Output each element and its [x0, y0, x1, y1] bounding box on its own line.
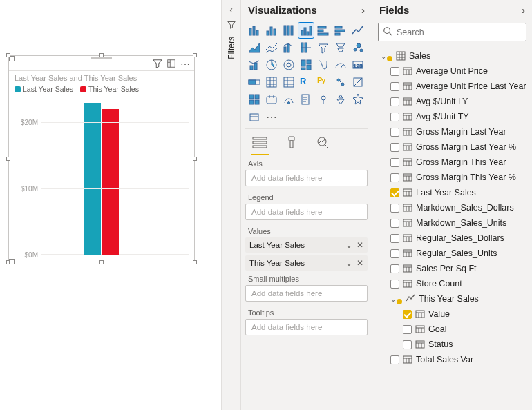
- focus-mode-icon[interactable]: [167, 59, 176, 68]
- drag-handle-icon[interactable]: [91, 57, 112, 59]
- field-row[interactable]: Markdown_Sales_Units: [377, 215, 528, 231]
- field-checkbox[interactable]: [390, 219, 399, 228]
- collapse-fields-icon[interactable]: ›: [522, 4, 525, 16]
- field-row[interactable]: Total Sales Var: [377, 352, 528, 367]
- field-row[interactable]: Gross Margin This Year %: [377, 170, 528, 185]
- viz-type-icon[interactable]: [316, 40, 331, 55]
- viz-type-icon[interactable]: 123: [350, 57, 365, 72]
- field-checkbox[interactable]: [390, 280, 399, 289]
- field-checkbox[interactable]: [390, 82, 399, 91]
- bar[interactable]: [84, 103, 101, 255]
- viz-type-icon[interactable]: [350, 23, 365, 38]
- field-checkbox[interactable]: [390, 234, 399, 243]
- chevron-down-icon[interactable]: ⌄: [345, 240, 352, 250]
- viz-type-icon[interactable]: [281, 23, 296, 38]
- more-options-icon[interactable]: ⋯: [180, 59, 190, 68]
- remove-chip-icon[interactable]: ✕: [357, 240, 363, 250]
- field-row[interactable]: Regular_Sales_Dollars: [377, 231, 528, 246]
- viz-type-icon[interactable]: [350, 40, 365, 55]
- viz-type-icon[interactable]: [333, 23, 348, 38]
- analytics-mode-icon[interactable]: [314, 133, 332, 151]
- axis-well[interactable]: Add data fields here: [245, 170, 368, 186]
- field-checkbox[interactable]: [390, 113, 399, 121]
- viz-type-icon[interactable]: [350, 75, 365, 90]
- field-checkbox[interactable]: [390, 173, 399, 182]
- viz-type-icon[interactable]: [264, 40, 279, 55]
- viz-type-icon[interactable]: [281, 57, 296, 72]
- chart-visual[interactable]: ⋯ Last Year Sales and This Year Sales La…: [8, 55, 195, 262]
- tooltips-well[interactable]: Add data fields here: [245, 319, 368, 335]
- more-visuals-icon[interactable]: ⋯: [264, 109, 279, 124]
- fields-search[interactable]: [378, 23, 526, 41]
- field-row[interactable]: Average Unit Price: [377, 64, 528, 79]
- field-row[interactable]: Regular_Sales_Units: [377, 246, 528, 261]
- small-multiples-well[interactable]: Add data fields here: [245, 285, 368, 302]
- field-checkbox[interactable]: [390, 355, 399, 364]
- field-row[interactable]: Last Year Sales: [377, 185, 528, 200]
- field-row[interactable]: Goal: [377, 322, 528, 337]
- legend-well[interactable]: Add data fields here: [245, 204, 368, 220]
- viz-type-icon[interactable]: [281, 40, 296, 55]
- collapse-viz-icon[interactable]: ›: [361, 4, 365, 16]
- field-checkbox[interactable]: [403, 340, 412, 349]
- field-row[interactable]: Store Count: [377, 276, 528, 291]
- viz-type-icon[interactable]: [264, 23, 279, 38]
- field-checkbox[interactable]: [390, 143, 399, 152]
- viz-type-icon[interactable]: [247, 40, 262, 55]
- viz-type-icon[interactable]: [350, 92, 365, 107]
- viz-type-icon[interactable]: [316, 57, 331, 72]
- table-row[interactable]: ⌄Sales: [377, 48, 528, 64]
- field-row[interactable]: Markdown_Sales_Dollars: [377, 200, 528, 215]
- viz-type-icon[interactable]: [333, 40, 348, 55]
- field-row[interactable]: Gross Margin This Year: [377, 155, 528, 170]
- viz-type-icon[interactable]: [247, 92, 262, 107]
- viz-type-icon[interactable]: [333, 57, 348, 72]
- field-checkbox[interactable]: [390, 128, 399, 137]
- viz-type-icon[interactable]: [247, 57, 262, 72]
- viz-type-icon[interactable]: [247, 75, 262, 90]
- field-checkbox[interactable]: [390, 188, 399, 197]
- viz-type-icon[interactable]: [264, 75, 279, 90]
- viz-type-icon[interactable]: [247, 109, 262, 124]
- field-row[interactable]: Status: [377, 337, 528, 352]
- field-checkbox[interactable]: [390, 97, 399, 106]
- field-row[interactable]: Avg $/Unit LY: [377, 94, 528, 109]
- viz-type-icon[interactable]: R: [298, 75, 314, 90]
- filter-icon[interactable]: [153, 59, 162, 68]
- viz-type-icon[interactable]: [316, 92, 331, 107]
- viz-type-icon[interactable]: [247, 23, 262, 38]
- format-mode-icon[interactable]: [283, 133, 301, 151]
- viz-type-icon[interactable]: [333, 92, 348, 107]
- field-checkbox[interactable]: [390, 67, 399, 76]
- viz-type-icon[interactable]: [298, 40, 314, 55]
- viz-type-icon[interactable]: [264, 57, 279, 72]
- field-row[interactable]: Sales Per Sq Ft: [377, 261, 528, 276]
- values-chip[interactable]: This Year Sales ⌄✕: [245, 255, 368, 271]
- field-checkbox[interactable]: [403, 325, 412, 334]
- table-row[interactable]: ⌄This Year Sales: [377, 291, 528, 306]
- report-canvas[interactable]: ⋯ Last Year Sales and This Year Sales La…: [0, 0, 221, 410]
- field-row[interactable]: Average Unit Price Last Year: [377, 79, 528, 94]
- field-row[interactable]: Gross Margin Last Year %: [377, 139, 528, 155]
- viz-type-icon[interactable]: [264, 92, 279, 107]
- viz-type-icon[interactable]: [298, 23, 314, 38]
- search-input[interactable]: [397, 28, 522, 37]
- field-row[interactable]: Value: [377, 306, 528, 322]
- chevron-down-icon[interactable]: ⌄: [345, 258, 352, 268]
- viz-type-icon[interactable]: [333, 75, 348, 90]
- viz-type-icon[interactable]: [281, 92, 296, 107]
- field-checkbox[interactable]: [390, 204, 399, 213]
- viz-type-icon[interactable]: [298, 92, 314, 107]
- fields-mode-icon[interactable]: [251, 133, 269, 151]
- field-checkbox[interactable]: [390, 264, 399, 273]
- field-row[interactable]: Avg $/Unit TY: [377, 109, 528, 124]
- filters-pane-collapsed[interactable]: ‹ Filters: [221, 0, 240, 410]
- field-checkbox[interactable]: [390, 158, 399, 167]
- expand-filters-icon[interactable]: ‹: [229, 4, 233, 15]
- viz-type-icon[interactable]: Py: [316, 75, 331, 90]
- viz-type-icon[interactable]: [281, 75, 296, 90]
- remove-chip-icon[interactable]: ✕: [357, 258, 363, 268]
- field-checkbox[interactable]: [403, 310, 412, 319]
- viz-type-icon[interactable]: [298, 57, 314, 72]
- values-chip[interactable]: Last Year Sales ⌄✕: [245, 237, 368, 253]
